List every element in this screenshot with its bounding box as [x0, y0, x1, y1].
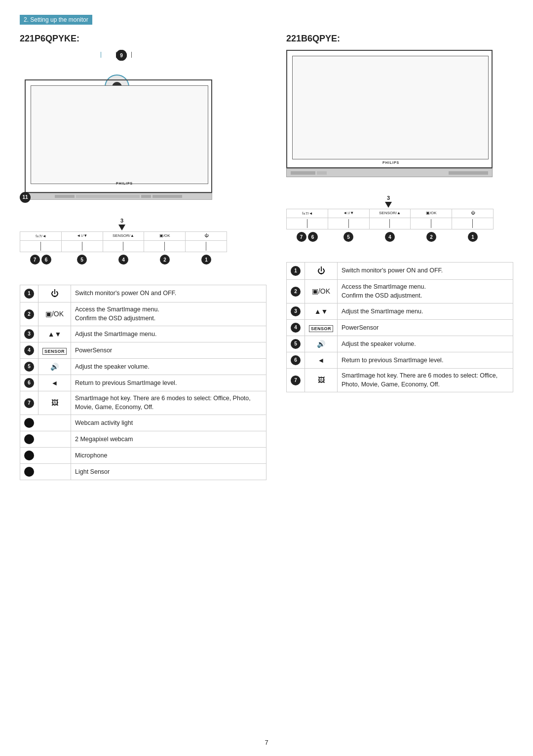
dot-10: [24, 451, 34, 460]
table-row: 2 ▣/OK Access the SmartImage menu.Confir…: [287, 280, 513, 303]
rrow-num-7: 7: [291, 376, 301, 385]
section-header: 2. Setting up the monitor: [20, 15, 92, 25]
rspeaker-icon: 🔊: [317, 340, 325, 348]
monitor-screen-right: [292, 56, 489, 159]
right-monitor-diagram: PHILIPS: [286, 50, 494, 183]
table-row: 3 ▲▼ Adjust the SmartImage menu.: [20, 326, 266, 342]
left-feature-table: 1 ⏻ Switch monitor's power ON and OFF. 2…: [20, 285, 266, 480]
row-num-7: 7: [24, 398, 34, 408]
ctrl-label-power: ⏻: [186, 232, 227, 240]
table-row-webcam: 2 Megapixel webcam: [20, 431, 266, 448]
rnum-5: 5: [343, 232, 353, 242]
rline-3: [389, 219, 390, 228]
num-6: 6: [41, 255, 51, 265]
webcam-light-desc: Webcam activity light: [71, 415, 266, 431]
rarrows-icon: ▲▼: [314, 307, 328, 315]
rctrl-label-7: ㎙7/◄: [287, 209, 328, 218]
right-control-strip: 3 ㎙7/◄ ◄↕/▼ SENSOR/▲ ▣/OK ⏻: [286, 195, 494, 254]
monitor-screen-left: [31, 85, 208, 184]
rnum-2: 2: [426, 232, 436, 242]
arrows-icon: ▲▼: [48, 330, 62, 338]
rrow-num-3: 3: [291, 306, 301, 316]
rline-4: [431, 219, 431, 228]
table-row: 1 ⏻ Switch monitor's power ON and OFF.: [20, 285, 266, 302]
rrow-desc-7: SmartImage hot key. There are 6 modes to…: [338, 369, 513, 392]
webcam-area: 10 8 9: [84, 50, 148, 77]
right-model-title: 221B6QPYE:: [286, 34, 513, 44]
row-num-4: 4: [24, 345, 34, 355]
rsensor-icon: SENSOR: [309, 325, 333, 332]
ctrl-nums-bottom-right: 7 6 5 4 2 1: [286, 232, 494, 242]
num-11-area: 11: [20, 197, 24, 197]
ctrl-label-sensor: SENSOR/▲: [103, 232, 145, 240]
table-row: 7 🖼 SmartImage hot key. There are 6 mode…: [20, 391, 266, 415]
rmenu-ok-icon: ▣/OK: [312, 287, 330, 295]
row-num-6: 6: [24, 378, 34, 388]
rrow-desc-2: Access the SmartImage menu.Confirm the O…: [338, 280, 513, 303]
ctrl-nums-bottom-left: 7 6 5 4 2 1: [20, 255, 227, 265]
philips-logo-right: PHILIPS: [382, 161, 399, 164]
base-seg2: [76, 195, 140, 198]
table-row: 7 🖼 SmartImage hot key. There are 6 mode…: [287, 369, 513, 392]
rrow-desc-4: PowerSensor: [338, 320, 513, 336]
line-5: [206, 242, 206, 251]
back-icon: ◄: [51, 379, 58, 387]
rbase-seg3: [449, 171, 488, 175]
row-num-1: 1: [24, 289, 34, 299]
menu-ok-icon: ▣/OK: [45, 310, 64, 318]
table-row: 3 ▲▼ Adjust the SmartImage menu.: [287, 303, 513, 320]
rctrl-label-ok: ▣/OK: [411, 209, 452, 218]
rrow-desc-1: Switch monitor's power ON and OFF.: [338, 263, 513, 280]
ctrl-label-ok: ▣/OK: [144, 232, 186, 240]
base-seg1: [55, 195, 75, 198]
pointer-3-right: 3: [385, 195, 392, 208]
philips-logo-left: PHILIPS: [116, 182, 133, 185]
rrow-num-6: 6: [291, 355, 301, 365]
rnum-6: 6: [308, 232, 318, 242]
left-model-title: 221P6QPYKE:: [20, 34, 266, 44]
row-num-5: 5: [24, 362, 34, 372]
rsmartimage-icon: 🖼: [318, 376, 325, 384]
right-feature-table: 1 ⏻ Switch monitor's power ON and OFF. 2…: [286, 262, 513, 392]
table-row-webcam-light: Webcam activity light: [20, 415, 266, 431]
rnum-7: 7: [297, 232, 306, 242]
pointer-3-left: 3: [118, 218, 125, 230]
monitor-base-right: [286, 168, 493, 177]
num-4: 4: [118, 255, 128, 265]
rline-5: [472, 219, 473, 228]
line-3: [123, 242, 123, 251]
rline-1: [307, 219, 307, 228]
num-5: 5: [77, 255, 87, 265]
table-row: 5 🔊 Adjust the speaker volume.: [287, 336, 513, 352]
num-7: 7: [30, 255, 40, 265]
table-row: 4 SENSOR PowerSensor: [20, 342, 266, 359]
rnum-4: 4: [385, 232, 395, 242]
ctrl-label-7: ㎙7/◄: [20, 232, 62, 240]
rrow-num-5: 5: [291, 339, 301, 349]
monitor-outer-bezel: [25, 79, 212, 193]
rctrl-label-sensor: SENSOR/▲: [370, 209, 411, 218]
table-row-mic: Microphone: [20, 448, 266, 464]
rrow-num-1: 1: [291, 266, 301, 276]
rpower-icon: ⏻: [317, 266, 325, 275]
row-desc-5: Adjust the speaker volume.: [71, 359, 266, 375]
num-circle-9: 9: [116, 50, 127, 61]
controls-bar-right: ㎙7/◄ ◄↕/▼ SENSOR/▲ ▣/OK ⏻: [286, 209, 494, 229]
num-circle-11: 11: [20, 192, 31, 203]
ctrl-lines-left: [20, 241, 227, 252]
section-label: 2. Setting up the monitor: [24, 16, 88, 23]
row-num-2: 2: [24, 309, 34, 319]
webcam-desc: 2 Megapixel webcam: [71, 431, 266, 448]
line-4: [164, 242, 165, 251]
left-monitor-diagram: 10 8 9: [20, 50, 227, 203]
rnum-1: 1: [468, 232, 478, 242]
table-row: 2 ▣/OK Access the SmartImage menu.Confir…: [20, 302, 266, 326]
ctrl-labels-left: ㎙7/◄ ◄↕/▼ SENSOR/▲ ▣/OK ⏻: [20, 232, 227, 241]
dot-9: [24, 434, 34, 444]
rbase-gap: [328, 171, 447, 175]
row-desc-6: Return to previous SmartImage level.: [71, 375, 266, 391]
page-number: 7: [265, 739, 268, 746]
rbase-seg2: [317, 171, 327, 175]
base-seg4: [152, 195, 182, 198]
table-row: 5 🔊 Adjust the speaker volume.: [20, 359, 266, 375]
